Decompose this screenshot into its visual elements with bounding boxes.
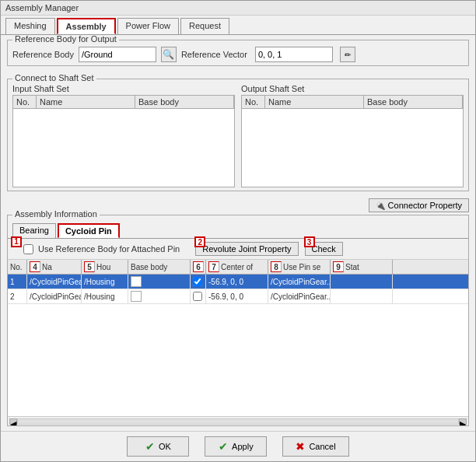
input-col-name: Name	[37, 96, 135, 108]
table-row[interactable]: 1 /CycloidPinGea... /Housing -56.9, 0, 0	[8, 275, 468, 289]
body-select-icon[interactable]: 🔍	[161, 47, 177, 62]
main-tab-bar: Meshing Assembly Power Flow Request	[1, 16, 475, 35]
output-col-no: No.	[242, 96, 265, 108]
revolute-joint-button[interactable]: 2 Revolute Joint Property	[195, 242, 298, 256]
table-body: 1 /CycloidPinGea... /Housing -56.9, 0, 0	[8, 275, 468, 416]
input-shaft-set: Input Shaft Set No. Name Base body	[12, 84, 235, 187]
connector-label: Connector Property	[388, 201, 462, 210]
reference-body-label: Reference Body for Output	[12, 35, 119, 44]
cell-base-2	[128, 289, 191, 303]
tab-meshing[interactable]: Meshing	[5, 18, 55, 34]
cell-status-2	[331, 289, 393, 303]
ok-label: OK	[159, 442, 171, 451]
shaft-set-section: Connect to Shaft Set Input Shaft Set No.…	[7, 79, 469, 191]
scroll-left[interactable]: ◀	[9, 418, 17, 425]
output-shaft-header: No. Name Base body	[242, 96, 463, 109]
cell-name-1: /CycloidPinGea...	[27, 275, 82, 289]
input-col-base: Base body	[135, 96, 234, 108]
header-base-body: Base body	[128, 260, 191, 274]
bottom-bar: ✔ OK ✔ Apply ✖ Cancel	[1, 431, 475, 461]
assembly-info-label: Assembly Information	[12, 209, 100, 219]
vector-input[interactable]	[255, 47, 333, 62]
cell-center-2: -56.9, 0, 0	[206, 289, 268, 303]
output-shaft-body	[242, 109, 463, 187]
table-header: No. 4Na 5Hou Base body 6 7Center of	[8, 260, 468, 275]
cell-center-1: -56.9, 0, 0	[206, 275, 268, 289]
assembly-manager-window: Assembly Manager Meshing Assembly Power …	[0, 0, 476, 462]
vector-label: Reference Vector	[181, 50, 247, 59]
body-label: Reference Body	[12, 50, 74, 59]
output-shaft-label: Output Shaft Set	[241, 84, 464, 93]
input-shaft-table: No. Name Base body	[12, 95, 235, 187]
cell-no-2: 2	[8, 289, 27, 303]
cell-housing-2: /Housing	[82, 289, 128, 303]
title-bar: Assembly Manager	[1, 1, 475, 16]
cell-usepin-2: /CycloidPinGear... ▼	[268, 289, 331, 303]
connector-property-button[interactable]: 🔌 Connector Property	[369, 198, 469, 212]
apply-label: Apply	[232, 442, 254, 451]
input-shaft-body	[13, 109, 234, 187]
header-use-ref: 6	[191, 260, 206, 274]
window-title: Assembly Manager	[5, 3, 79, 12]
table-row[interactable]: 2 /CycloidPinGea... /Housing -56.9, 0, 0	[8, 289, 468, 304]
check-button[interactable]: 3 Check	[305, 242, 343, 256]
cell-housing-1: /Housing	[82, 275, 128, 289]
inner-tab-bar: Bearing Cycloid Pin	[8, 215, 468, 239]
output-col-name: Name	[265, 96, 364, 108]
vector-edit-icon[interactable]: ✏	[340, 47, 355, 62]
use-ref-checkbox[interactable]	[23, 244, 33, 254]
header-no: No.	[8, 260, 27, 274]
scroll-right[interactable]: ▶	[459, 418, 467, 425]
apply-icon: ✔	[219, 440, 228, 453]
apply-button[interactable]: ✔ Apply	[205, 436, 267, 457]
cell-useref-1	[191, 275, 206, 289]
input-shaft-label: Input Shaft Set	[12, 84, 235, 93]
cell-useref-2	[191, 289, 206, 303]
reference-body-section: Reference Body for Output Reference Body…	[7, 40, 469, 66]
cancel-label: Cancel	[309, 442, 335, 451]
output-col-base: Base body	[364, 96, 463, 108]
header-center: 7Center of	[206, 260, 268, 274]
cell-base-1	[128, 275, 191, 289]
reference-body-row: Reference Body 🔍 Reference Vector ✏	[12, 47, 464, 62]
badge-3: 3	[304, 236, 315, 247]
ok-button[interactable]: ✔ OK	[127, 436, 189, 457]
tab-assembly[interactable]: Assembly	[57, 18, 116, 34]
badge-2: 2	[194, 236, 205, 247]
action-bar: 1 Use Reference Body for Attached Pin 2 …	[8, 239, 468, 260]
tab-request[interactable]: Request	[180, 18, 229, 34]
cancel-button[interactable]: ✖ Cancel	[282, 436, 348, 457]
data-table: No. 4Na 5Hou Base body 6 7Center of	[8, 260, 468, 425]
connector-icon: 🔌	[376, 201, 385, 210]
body-input[interactable]	[79, 47, 156, 62]
use-ref-label: Use Reference Body for Attached Pin	[38, 244, 180, 254]
badge-1: 1	[11, 236, 22, 247]
output-shaft-table: No. Name Base body	[241, 95, 464, 187]
cell-usepin-1: /CycloidPinGear... ▼	[268, 275, 331, 289]
shaft-set-label: Connect to Shaft Set	[12, 73, 96, 82]
ok-icon: ✔	[145, 440, 155, 453]
shaft-sets-container: Input Shaft Set No. Name Base body Outpu…	[12, 84, 464, 187]
use-ref-checkbox-container: 1 Use Reference Body for Attached Pin	[12, 243, 186, 256]
header-name: 4Na	[27, 260, 82, 274]
assembly-info-section: Assembly Information Bearing Cycloid Pin…	[7, 215, 469, 426]
scroll-track[interactable]	[17, 418, 459, 425]
header-use-pin: 8Use Pin se	[268, 260, 331, 274]
cancel-icon: ✖	[296, 440, 305, 453]
input-shaft-header: No. Name Base body	[13, 96, 234, 109]
cell-status-1	[331, 275, 393, 289]
tab-power-flow[interactable]: Power Flow	[117, 18, 179, 34]
horizontal-scrollbar[interactable]: ◀ ▶	[8, 416, 468, 425]
cell-no-1: 1	[8, 275, 27, 289]
input-col-no: No.	[13, 96, 37, 108]
tab-cycloid-pin[interactable]: Cycloid Pin	[58, 223, 120, 238]
output-shaft-set: Output Shaft Set No. Name Base body	[241, 84, 464, 187]
header-status: 9Stat	[331, 260, 393, 274]
main-content: Reference Body for Output Reference Body…	[1, 35, 475, 431]
header-housing: 5Hou	[82, 260, 128, 274]
cell-name-2: /CycloidPinGea...	[27, 289, 82, 303]
